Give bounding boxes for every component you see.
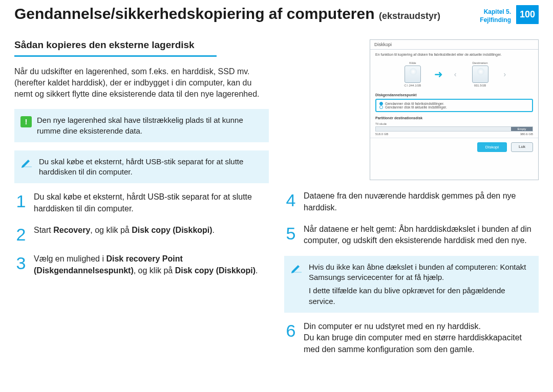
page: Gendannelse/sikkerhedskopiering af compu… [0,0,553,392]
t: Recovery [53,226,90,234]
note-icon [290,263,304,274]
partition-header: Til slude [375,122,533,126]
callout-lid-line1: Hvis du ikke kan åbne dækslet i bunden a… [309,262,531,283]
callout-warning: ! Den nye lagerenhed skal have tilstrækk… [14,109,269,142]
t: Start [34,226,53,234]
chapter-line2: Fejlfinding [480,16,511,25]
radio-option-1[interactable]: Gendanner disk til fabriksindstillinger. [379,102,529,105]
arrow-icon: ➜ [434,68,443,80]
partition-bar-graphic: Empty [375,126,533,132]
step-1: 1 Du skal købe et eksternt, hårdt USB-st… [14,191,269,214]
partition-right: 380.6 GB [520,133,533,136]
svg-rect-1 [291,272,302,273]
mock-section-point: Diskgendannelsespunkt [370,91,538,98]
right-column: Diskkopi En funktion til kopiering af di… [284,39,539,355]
callout-note-usb: Du skal købe et eksternt, hårdt USB-stik… [14,150,269,184]
t: . [212,226,215,234]
step-1-text: Du skal købe et eksternt, hårdt USB-stik… [34,191,269,214]
t: , og klik på [134,266,175,275]
step-6-text: Din computer er nu udstyret med en ny ha… [304,321,539,355]
radio-label-2: Gendanner disk til aktuelle indstillinge… [385,105,447,109]
disk-copy-button[interactable]: Diskopi [477,142,507,152]
close-button[interactable]: Luk [511,142,533,152]
callout-warning-text: Den nye lagerenhed skal have tilstrækkel… [37,115,262,136]
svg-rect-0 [22,166,32,167]
source-cap: C:\ 244.1GB [404,84,421,87]
step-5-text: Når dataene er helt gemt: Åbn harddiskdæ… [304,224,539,247]
header-meta: Kapitel 5. Fejlfinding 100 [480,5,539,24]
section-title: Sådan kopieres den eksterne lagerdisk [14,39,269,51]
step-4: 4 Dataene fra den nuværende harddisk gem… [284,190,539,213]
mock-title: Diskkopi [370,40,538,50]
source-drive: Kilde C:\ 244.1GB [400,61,425,87]
title-main: Gendannelse/sikkerhedskopiering af compu… [14,5,375,22]
t: Disk copy (Diskkopi) [132,226,212,234]
chapter-line1: Kapitel 5. [480,8,511,16]
callout-note-usb-text: Du skal købe et eksternt, hårdt USB-stik… [39,157,262,178]
radio-label-1: Gendanner disk til fabriksindstillinger. [385,102,444,105]
step-5: 5 Når dataene er helt gemt: Åbn harddisk… [284,224,539,247]
callout-lid-text: Hvis du ikke kan åbne dækslet i bunden a… [309,262,531,307]
mock-section-partition: Partitionér destinationsdisk [370,115,538,121]
t: Vælg en mulighed i [34,254,106,263]
partition-left: 518.0 GB [375,133,388,136]
hdd-icon [472,66,488,83]
step-number-2: 2 [14,225,28,243]
dest-label: Destination [472,61,487,64]
mock-drives: Kilde C:\ 244.1GB ➜ ‹ Destination 931.5G… [370,58,538,91]
step-4-text: Dataene fra den nuværende harddisk gemme… [304,190,539,213]
step-6: 6 Din computer er nu udstyret med en ny … [284,321,539,355]
page-title: Gendannelse/sikkerhedskopiering af compu… [14,5,440,22]
step-number-1: 1 [14,191,28,210]
step-6-line2: Du kan bruge din computer med en større … [304,332,539,355]
radio-icon [379,105,383,109]
intro-text: Når du udskifter en lagerenhed, som f.ek… [14,66,269,100]
page-number: 100 [516,5,539,24]
step-number-4: 4 [284,190,297,209]
callout-lid-line2: I dette tilfælde kan du blive opkrævet f… [309,286,531,307]
chevron-right-icon[interactable]: › [502,70,508,78]
partition-fill [376,127,511,131]
columns: Sådan kopieres den eksterne lagerdisk Nå… [14,39,539,355]
mock-desc: En funktion til kopiering af disken fra … [370,50,538,58]
radio-option-2[interactable]: Gendanner disk til aktuelle indstillinge… [379,105,529,109]
callout-lid: Hvis du ikke kan åbne dækslet i bunden a… [284,256,539,313]
step-number-3: 3 [14,253,28,272]
source-label: Kilde [409,61,416,64]
step-number-6: 6 [284,321,297,339]
note-icon [20,158,34,169]
hdd-icon [405,66,421,83]
step-2: 2 Start Recovery, og klik på Disk copy (… [14,225,269,243]
title-block: Gendannelse/sikkerhedskopiering af compu… [14,5,480,23]
t: . [256,266,258,275]
step-2-text: Start Recovery, og klik på Disk copy (Di… [34,225,215,236]
chevron-left-icon[interactable]: ‹ [452,70,459,78]
header: Gendannelse/sikkerhedskopiering af compu… [14,5,539,24]
dest-cap: 931.5GB [474,84,486,87]
partition-empty-label: Empty [511,127,533,131]
warning-icon: ! [20,116,32,127]
chapter-label: Kapitel 5. Fejlfinding [480,5,511,24]
step-3-text: Vælg en mulighed i Disk recovery Point (… [34,253,269,276]
t: Disk copy (Diskkopi) [175,266,256,275]
radio-icon [379,102,383,105]
dest-drive: Destination 931.5GB [468,61,493,87]
left-column: Sådan kopieres den eksterne lagerdisk Nå… [14,39,269,355]
section-rule [14,55,217,57]
radio-group: Gendanner disk til fabriksindstillinger.… [375,99,533,112]
diskcopy-screenshot: Diskkopi En funktion til kopiering af di… [370,39,539,180]
step-6-line1: Din computer er nu udstyret med en ny ha… [304,321,539,332]
title-sub: (ekstraudstyr) [379,11,440,21]
step-number-5: 5 [284,224,297,242]
t: , og klik på [90,226,132,234]
step-3: 3 Vælg en mulighed i Disk recovery Point… [14,253,269,276]
mock-footer: Diskopi Luk [370,138,538,156]
partition-meta: 518.0 GB 380.6 GB [375,132,533,136]
partition-bar: Til slude Empty 518.0 GB 380.6 GB [375,122,533,136]
